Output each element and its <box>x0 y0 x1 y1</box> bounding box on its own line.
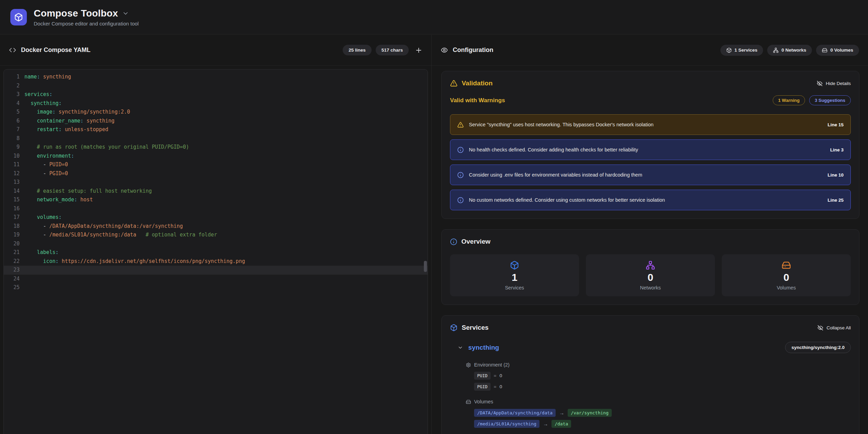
code-line[interactable]: 6 container_name: syncthing <box>4 117 428 126</box>
line-number: 20 <box>4 240 20 248</box>
host-path-badge: /DATA/AppData/syncthing/data <box>474 409 556 417</box>
configuration-panel-header: Configuration 1 Services 0 Networks 0 Vo… <box>432 35 868 66</box>
code-line[interactable]: 21 labels: <box>4 248 428 257</box>
line-reference: Line 15 <box>827 122 844 127</box>
code-line[interactable]: 15 network_mode: host <box>4 195 428 204</box>
line-number: 1 <box>4 73 20 82</box>
code-line[interactable]: 2 <box>4 82 428 91</box>
hard-drive-icon <box>822 47 827 53</box>
code-line[interactable]: 5 image: syncthing/syncthing:2.0 <box>4 108 428 117</box>
code-line[interactable]: 24 <box>4 275 428 284</box>
main-split: Docker Compose YAML 25 lines 517 chars 1… <box>0 35 868 434</box>
chevron-down-icon[interactable] <box>122 10 129 17</box>
warning-count-pill: 1 Warning <box>773 95 805 105</box>
suggestion-count-pill: 3 Suggestions <box>809 95 851 105</box>
env-key-badge: PGID <box>474 383 491 391</box>
code-line[interactable]: 20 <box>4 240 428 248</box>
env-var-row: PUID = 0 <box>474 372 851 380</box>
stat-label: Networks <box>640 285 661 290</box>
validation-item-info[interactable]: No health checks defined. Consider addin… <box>450 139 851 160</box>
code-line[interactable]: 4 syncthing: <box>4 99 428 108</box>
line-number: 8 <box>4 134 20 143</box>
equals-sign: = <box>494 384 496 389</box>
code-line[interactable]: 10 environment: <box>4 152 428 161</box>
hide-details-button[interactable]: Hide Details <box>817 81 851 86</box>
volumes-count-badge: 0 Volumes <box>816 45 859 56</box>
volume-mount-row: /media/SL01A/syncthing → /data <box>474 420 851 428</box>
configuration-panel: Configuration 1 Services 0 Networks 0 Vo… <box>432 35 868 434</box>
service-image-badge: syncthing/syncthing:2.0 <box>785 342 851 353</box>
container-path-badge: /data <box>551 420 571 428</box>
yaml-editor[interactable]: 1name: syncthing23services:4 syncthing:5… <box>3 69 428 434</box>
app-header: Compose Toolbox Docker Compose editor an… <box>0 0 868 34</box>
line-number: 24 <box>4 275 20 284</box>
code-line[interactable]: 8 <box>4 134 428 143</box>
line-number: 2 <box>4 82 20 91</box>
code-line[interactable]: 18 - /DATA/AppData/syncthing/data:/var/s… <box>4 222 428 231</box>
code-text <box>20 134 24 143</box>
line-reference: Line 3 <box>830 147 844 152</box>
code-line[interactable]: 1name: syncthing <box>4 73 428 82</box>
info-icon <box>450 238 457 245</box>
code-line[interactable]: 14 # easiest setup: full host networking <box>4 187 428 196</box>
info-icon <box>457 197 464 203</box>
code-line[interactable]: 17 volumes: <box>4 213 428 222</box>
code-text: environment: <box>20 152 74 161</box>
validation-item-info[interactable]: No custom networks defined. Consider usi… <box>450 190 851 210</box>
code-line[interactable]: 16 <box>4 204 428 213</box>
code-text <box>20 178 24 187</box>
env-value: 0 <box>500 384 502 389</box>
code-line[interactable]: 25 <box>4 283 428 292</box>
line-number: 5 <box>4 108 20 117</box>
validation-card: Validation Hide Details Valid with Warni… <box>441 71 859 219</box>
editor-title: Docker Compose YAML <box>21 46 90 54</box>
code-text: volumes: <box>20 213 62 222</box>
line-number: 21 <box>4 248 20 257</box>
validation-message: Consider using .env files for environmen… <box>469 172 642 178</box>
line-number: 18 <box>4 222 20 231</box>
validation-message: No custom networks defined. Consider usi… <box>469 197 665 203</box>
validation-item-info[interactable]: Consider using .env files for environmen… <box>450 165 851 185</box>
code-line[interactable]: 12 - PGID=0 <box>4 169 428 178</box>
service-row-syncthing[interactable]: syncthing syncthing/syncthing:2.0 <box>458 342 851 353</box>
warning-triangle-icon <box>457 121 464 128</box>
code-line[interactable]: 23 <box>4 266 428 275</box>
code-line[interactable]: 22 icon: https://cdn.jsdelivr.net/gh/sel… <box>4 257 428 266</box>
code-text: image: syncthing/syncthing:2.0 <box>20 108 130 117</box>
eye-icon <box>441 46 448 54</box>
validation-item-warning[interactable]: Service "syncthing" uses host networking… <box>450 114 851 135</box>
arrow-right-icon: → <box>559 410 564 416</box>
service-name[interactable]: syncthing <box>468 344 499 351</box>
line-number: 14 <box>4 187 20 196</box>
code-text <box>20 266 24 275</box>
line-number: 3 <box>4 90 20 99</box>
validation-status: Valid with Warnings <box>450 97 505 104</box>
add-button[interactable] <box>415 46 422 54</box>
app-root: Compose Toolbox Docker Compose editor an… <box>0 0 868 434</box>
stat-card-services: 1 Services <box>450 254 579 296</box>
env-var-row: PGID = 0 <box>474 383 851 391</box>
code-line[interactable]: 19 - /media/SL01A/syncthing:/data # opti… <box>4 231 428 240</box>
box-icon <box>726 47 732 53</box>
code-icon <box>9 46 16 54</box>
line-number: 10 <box>4 152 20 161</box>
line-number: 11 <box>4 160 20 169</box>
stat-label: Services <box>505 285 524 290</box>
chevron-down-icon[interactable] <box>458 345 463 350</box>
code-line[interactable]: 11 - PUID=0 <box>4 160 428 169</box>
code-line[interactable]: 7 restart: unless-stopped <box>4 125 428 134</box>
validation-message: No health checks defined. Consider addin… <box>469 147 638 152</box>
editor-scrollbar-thumb[interactable] <box>424 261 427 272</box>
environment-section-label: Environment (2) <box>466 362 851 368</box>
line-number: 19 <box>4 231 20 240</box>
collapse-all-button[interactable]: Collapse All <box>817 325 851 331</box>
code-text: - PGID=0 <box>20 169 68 178</box>
hide-details-label: Hide Details <box>826 81 851 86</box>
code-line[interactable]: 13 <box>4 178 428 187</box>
code-line[interactable]: 3services: <box>4 90 428 99</box>
services-title: Services <box>462 324 489 331</box>
stat-value: 1 <box>512 272 517 283</box>
code-line[interactable]: 9 # run as root (matches your original P… <box>4 143 428 152</box>
configuration-content: Validation Hide Details Valid with Warni… <box>441 66 859 434</box>
line-number: 9 <box>4 143 20 152</box>
